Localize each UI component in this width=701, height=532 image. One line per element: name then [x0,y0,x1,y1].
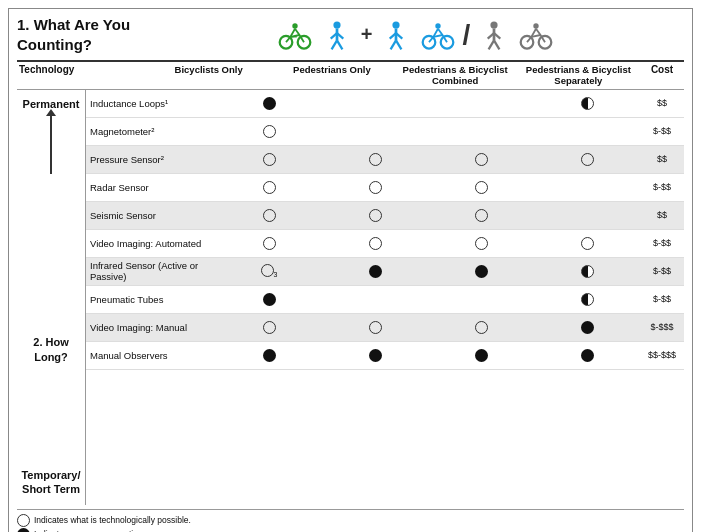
cell-indicator [534,258,640,284]
cell-indicator [428,286,534,312]
table-row: Inductance Loops¹$$ [86,90,684,118]
table-row: Video Imaging: Automated$-$$ [86,230,684,258]
table-row: Pressure Sensor²$$ [86,146,684,174]
table-row: Seismic Sensor$$ [86,202,684,230]
cell-cost: $$-$$$ [640,348,684,362]
cell-indicator [216,118,322,144]
arrow-up-icon [50,114,52,174]
header-icons: + / [147,17,684,53]
cell-indicator [322,146,428,172]
col-cost: Cost [640,64,684,87]
svg-point-9 [393,21,400,28]
table-body: Permanent 2. How Long? Temporary/ Short … [17,90,684,505]
svg-line-13 [391,40,396,49]
cell-indicator [428,146,534,172]
cell-technology: Infrared Sensor (Active or Passive) [86,258,216,285]
svg-point-2 [292,23,297,28]
slash-icon: / [462,19,470,51]
temporary-label: Temporary/ Short Term [17,400,85,505]
cell-indicator [322,286,428,312]
cell-indicator [428,118,534,144]
svg-line-14 [396,40,401,49]
table-row: Magnetometer²$-$$ [86,118,684,146]
legend-full-row: Indicates a common practice. [17,528,684,532]
row-labels: Permanent 2. How Long? Temporary/ Short … [17,90,85,505]
cell-indicator [322,90,428,116]
legend-full-label: Indicates a common practice. [34,528,145,532]
cell-indicator: 3 [216,258,322,284]
cell-technology: Manual Observers [86,348,216,363]
table-row: Pneumatic Tubes$-$$ [86,286,684,314]
cell-indicator [534,90,640,116]
cell-technology: Magnetometer² [86,124,216,139]
cell-indicator [216,146,322,172]
cell-cost: $$ [640,208,684,222]
cell-indicator [428,202,534,228]
cell-indicator [216,314,322,340]
cell-indicator [428,174,534,200]
bicyclist-gray-icon [518,17,554,53]
cell-indicator [534,146,640,172]
cell-cost: $-$$$ [640,320,684,334]
cell-indicator [322,230,428,256]
svg-point-3 [333,21,340,28]
svg-line-7 [331,40,336,49]
pedestrian-blue2-icon [378,17,414,53]
page-title: 1. What Are You Counting? [17,15,147,54]
header-row: 1. What Are You Counting? + [17,15,684,54]
cell-indicator [428,258,534,284]
cell-indicator [534,174,640,200]
cell-indicator [216,174,322,200]
cell-technology: Video Imaging: Manual [86,320,216,335]
cell-indicator [534,230,640,256]
svg-point-26 [534,23,539,28]
cell-indicator [216,202,322,228]
cell-technology: Radar Sensor [86,180,216,195]
permanent-label: Permanent [17,90,85,300]
cell-indicator [534,286,640,312]
bicyclist-green-icon [277,17,313,53]
col-technology: Technology [17,64,147,87]
cell-indicator [428,342,534,368]
cell-indicator [428,230,534,256]
cell-indicator [534,202,640,228]
cell-indicator [216,342,322,368]
cell-indicator [322,202,428,228]
column-headers: Technology Bicyclists Only Pedestrians O… [17,60,684,90]
cell-indicator [216,286,322,312]
svg-line-23 [494,40,499,49]
svg-point-18 [491,21,498,28]
svg-line-8 [337,40,342,49]
col-bicyclists: Bicyclists Only [147,64,270,87]
cell-cost: $-$$ [640,264,684,278]
howlong-label: 2. How Long? [17,300,85,400]
main-container: 1. What Are You Counting? + [8,8,693,532]
cell-cost: $-$$ [640,180,684,194]
cell-indicator [216,90,322,116]
cell-cost: $-$$ [640,292,684,306]
cell-technology: Inductance Loops¹ [86,96,216,111]
cell-cost: $-$$ [640,124,684,138]
cell-cost: $$ [640,152,684,166]
cell-indicator [534,342,640,368]
col-pedestrians: Pedestrians Only [270,64,393,87]
table-row: Manual Observers$$-$$$ [86,342,684,370]
table-row: Video Imaging: Manual$-$$$ [86,314,684,342]
cell-indicator [428,314,534,340]
pedestrian-blue-icon [319,17,355,53]
svg-point-17 [436,23,441,28]
legend-empty-row: Indicates what is technologically possib… [17,514,684,527]
cell-technology: Pressure Sensor² [86,152,216,167]
cell-indicator [322,258,428,284]
cell-indicator [322,314,428,340]
cell-technology: Seismic Sensor [86,208,216,223]
cell-indicator [322,118,428,144]
cell-indicator [322,174,428,200]
cell-indicator [534,118,640,144]
svg-line-22 [489,40,494,49]
col-separately: Pedestrians & Bicyclist Separately [517,64,640,87]
bicyclist-blue-icon [420,17,456,53]
legend-full-icon [17,528,30,532]
plus-icon: + [361,23,373,46]
cell-technology: Video Imaging: Automated [86,236,216,251]
